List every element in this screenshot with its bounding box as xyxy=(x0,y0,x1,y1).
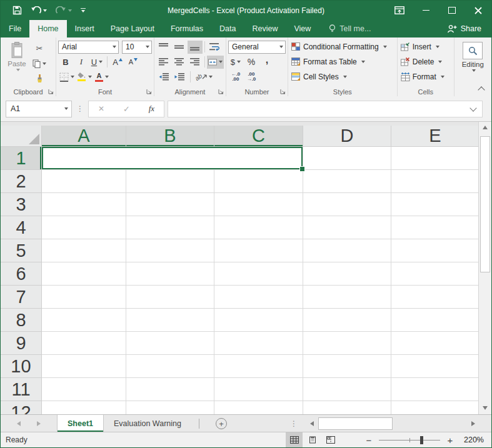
cell-e1[interactable] xyxy=(391,147,479,170)
cell-a7[interactable] xyxy=(42,286,126,309)
maximize-button[interactable] xyxy=(439,1,465,20)
font-name-select[interactable]: Arial xyxy=(58,41,119,54)
cell-a3[interactable] xyxy=(42,193,126,216)
scroll-up-button[interactable] xyxy=(479,121,491,134)
scroll-left-button[interactable] xyxy=(306,417,318,430)
column-header-c[interactable]: C xyxy=(214,126,303,147)
row-header-4[interactable]: 4 xyxy=(1,216,42,239)
cell-b5[interactable] xyxy=(126,239,214,262)
column-header-e[interactable]: E xyxy=(391,126,479,147)
alignment-dialog-launcher[interactable] xyxy=(218,88,224,95)
zoom-in-button[interactable]: + xyxy=(445,435,455,446)
row-header-10[interactable]: 10 xyxy=(1,355,42,378)
cell-styles-button[interactable]: Cell Styles xyxy=(290,70,348,84)
cell-e10[interactable] xyxy=(391,355,479,378)
scroll-right-button[interactable] xyxy=(467,417,479,430)
cell-b3[interactable] xyxy=(126,193,214,216)
cell-e8[interactable] xyxy=(391,309,479,332)
cell-a8[interactable] xyxy=(42,309,126,332)
redo-dropdown-icon[interactable] xyxy=(68,9,72,12)
cell-b12[interactable] xyxy=(126,401,214,414)
ribbon-display-options-button[interactable] xyxy=(386,1,413,20)
cell-d3[interactable] xyxy=(303,193,391,216)
page-layout-view-button[interactable] xyxy=(304,432,321,447)
row-header-6[interactable]: 6 xyxy=(1,262,42,286)
comma-style-button[interactable]: , xyxy=(259,56,274,69)
cell-a12[interactable] xyxy=(42,401,126,414)
cell-e7[interactable] xyxy=(391,286,479,309)
format-as-table-button[interactable]: Format as Table xyxy=(290,55,366,69)
paste-dropdown-icon[interactable] xyxy=(16,69,20,71)
font-color-dropdown-icon[interactable] xyxy=(105,76,109,78)
cell-d9[interactable] xyxy=(303,332,391,355)
page-break-preview-button[interactable] xyxy=(322,432,339,447)
sheet-tab-options-icon[interactable]: ⋮ xyxy=(290,419,298,428)
conditional-formatting-dropdown-icon[interactable] xyxy=(383,46,387,48)
align-right-button[interactable] xyxy=(188,56,203,69)
decrease-decimal-button[interactable]: .00→.0 xyxy=(244,71,259,84)
tab-formulas[interactable]: Formulas xyxy=(163,20,211,37)
cell-c8[interactable] xyxy=(214,309,303,332)
tab-data[interactable]: Data xyxy=(211,20,244,37)
tab-page-layout[interactable]: Page Layout xyxy=(103,20,163,37)
clipboard-dialog-launcher[interactable] xyxy=(48,88,54,95)
cell-b2[interactable] xyxy=(126,170,214,193)
tab-file[interactable]: File xyxy=(1,20,29,37)
paste-button[interactable]: Paste xyxy=(3,39,31,86)
cell-e9[interactable] xyxy=(391,332,479,355)
format-as-table-dropdown-icon[interactable] xyxy=(361,61,365,63)
merged-cell-a1:c1[interactable] xyxy=(42,147,303,170)
tab-insert[interactable]: Insert xyxy=(67,20,103,37)
cell-c5[interactable] xyxy=(214,239,303,262)
delete-dropdown-icon[interactable] xyxy=(438,61,442,63)
accounting-format-button[interactable]: $ xyxy=(228,56,243,69)
cell-c12[interactable] xyxy=(214,401,303,414)
cell-styles-dropdown-icon[interactable] xyxy=(343,76,347,78)
zoom-level[interactable]: 220% xyxy=(460,436,484,444)
copy-dropdown-icon[interactable] xyxy=(43,62,46,65)
sheet-tab-sheet1[interactable]: Sheet1 xyxy=(57,415,104,432)
name-box[interactable]: A1 xyxy=(6,101,72,117)
number-dialog-launcher[interactable] xyxy=(279,88,286,95)
format-dropdown-icon[interactable] xyxy=(441,76,444,78)
font-dialog-launcher[interactable] xyxy=(146,88,153,95)
cell-c2[interactable] xyxy=(214,170,303,193)
undo-dropdown-icon[interactable] xyxy=(43,9,47,12)
cancel-icon[interactable]: ✕ xyxy=(98,104,104,113)
previous-sheet-button[interactable] xyxy=(17,421,21,426)
grow-font-button[interactable]: A xyxy=(110,56,125,69)
next-sheet-button[interactable] xyxy=(37,421,41,426)
row-header-1[interactable]: 1 xyxy=(1,147,42,170)
cell-d11[interactable] xyxy=(303,378,391,401)
conditional-formatting-button[interactable]: Conditional Formatting xyxy=(290,40,388,54)
cell-b9[interactable] xyxy=(126,332,214,355)
cell-e11[interactable] xyxy=(391,378,479,401)
cell-b10[interactable] xyxy=(126,355,214,378)
cell-d5[interactable] xyxy=(303,239,391,262)
row-header-11[interactable]: 11 xyxy=(1,378,42,401)
cell-b4[interactable] xyxy=(126,216,214,239)
cell-d6[interactable] xyxy=(303,262,391,286)
fill-color-dropdown-icon[interactable] xyxy=(88,76,92,78)
row-header-7[interactable]: 7 xyxy=(1,286,42,309)
borders-button[interactable] xyxy=(58,71,76,84)
insert-dropdown-icon[interactable] xyxy=(436,46,439,48)
horizontal-scrollbar-thumb[interactable] xyxy=(318,417,393,430)
add-sheet-button[interactable]: + xyxy=(216,418,227,429)
cell-a4[interactable] xyxy=(42,216,126,239)
font-color-button[interactable]: A xyxy=(94,71,110,84)
vertical-scrollbar[interactable] xyxy=(478,121,491,414)
align-bottom-button[interactable] xyxy=(188,41,203,54)
align-center-button[interactable] xyxy=(172,56,187,69)
minimize-button[interactable] xyxy=(413,1,439,20)
format-painter-button[interactable] xyxy=(31,72,48,85)
cell-c3[interactable] xyxy=(214,193,303,216)
increase-indent-button[interactable] xyxy=(172,71,187,84)
cell-e4[interactable] xyxy=(391,216,479,239)
underline-button[interactable]: U xyxy=(89,56,104,69)
cell-a6[interactable] xyxy=(42,262,126,286)
share-button[interactable]: Share xyxy=(437,20,491,37)
redo-button[interactable] xyxy=(53,3,75,18)
row-header-5[interactable]: 5 xyxy=(1,239,42,262)
cell-b7[interactable] xyxy=(126,286,214,309)
